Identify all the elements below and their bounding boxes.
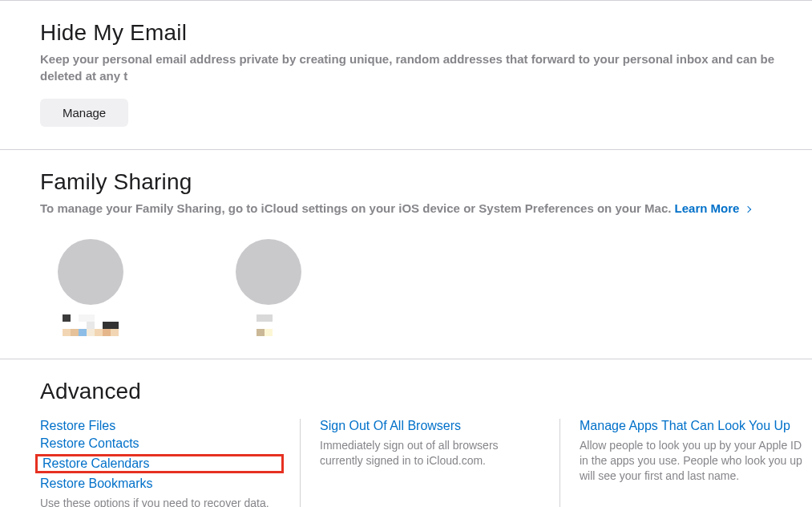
family-members xyxy=(58,239,812,336)
advanced-title: Advanced xyxy=(40,379,812,404)
family-sharing-description: To manage your Family Sharing, go to iCl… xyxy=(40,200,812,217)
advanced-section: Advanced Restore Files Restore Contacts … xyxy=(0,359,812,507)
manage-apps-link[interactable]: Manage Apps That Can Look You Up xyxy=(580,419,803,433)
avatar xyxy=(58,239,123,305)
hide-my-email-section: Hide My Email Keep your personal email a… xyxy=(0,0,812,149)
family-member xyxy=(236,239,301,336)
member-name-redacted xyxy=(240,314,297,336)
learn-more-link[interactable]: Learn More xyxy=(675,201,750,215)
highlight-annotation: Restore Calendars xyxy=(35,454,284,473)
advanced-grid: Restore Files Restore Contacts Restore C… xyxy=(40,419,812,507)
restore-column: Restore Files Restore Contacts Restore C… xyxy=(40,419,300,507)
manage-apps-description: Allow people to look you up by your Appl… xyxy=(580,438,803,484)
manage-apps-column: Manage Apps That Can Look You Up Allow p… xyxy=(560,419,812,507)
hide-my-email-title: Hide My Email xyxy=(40,20,812,46)
avatar xyxy=(236,239,301,305)
member-name-redacted xyxy=(63,314,119,336)
restore-contacts-link[interactable]: Restore Contacts xyxy=(40,436,284,451)
restore-bookmarks-link[interactable]: Restore Bookmarks xyxy=(40,477,284,491)
restore-files-link[interactable]: Restore Files xyxy=(40,419,284,433)
signout-column: Sign Out Of All Browsers Immediately sig… xyxy=(300,419,560,507)
restore-note: Use these options if you need to recover… xyxy=(40,496,284,507)
sign-out-browsers-link[interactable]: Sign Out Of All Browsers xyxy=(320,419,543,433)
family-sharing-title: Family Sharing xyxy=(40,169,812,195)
chevron-right-icon xyxy=(744,206,750,213)
sign-out-description: Immediately sign out of all browsers cur… xyxy=(320,438,543,468)
hide-my-email-description: Keep your personal email address private… xyxy=(40,51,812,84)
restore-calendars-link[interactable]: Restore Calendars xyxy=(42,456,149,470)
manage-button[interactable]: Manage xyxy=(40,99,128,127)
family-sharing-section: Family Sharing To manage your Family Sha… xyxy=(0,149,812,359)
family-member xyxy=(58,239,123,336)
